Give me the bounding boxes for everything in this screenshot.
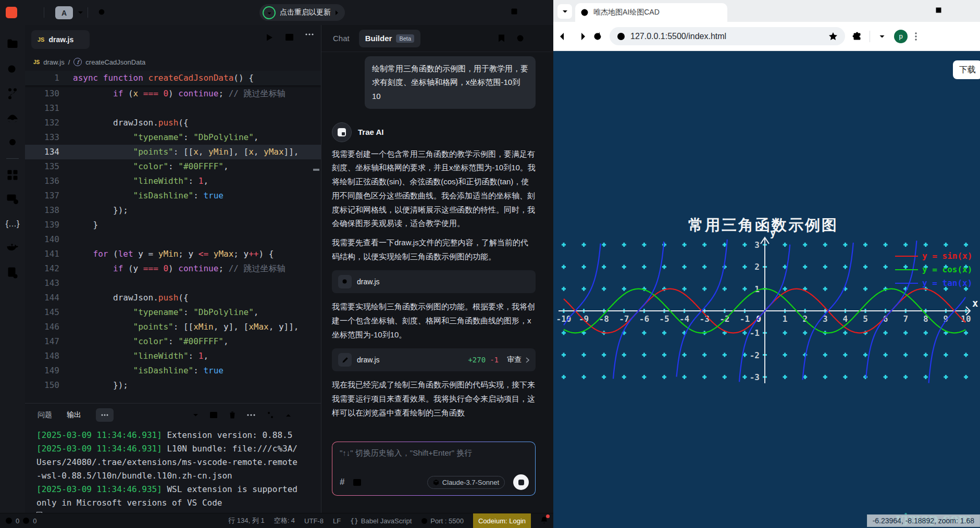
trash-icon[interactable] [229,411,236,419]
code-line[interactable]: 1async function createCadJsonData() { [25,71,321,85]
code-line[interactable]: 131 [25,101,321,116]
new-tab-button[interactable] [735,5,742,15]
code-line[interactable]: 140 [25,232,321,247]
bookmark-star-icon[interactable] [828,32,838,41]
restart-to-update-button[interactable]: 点击重启以更新 [259,4,345,21]
code-line[interactable]: 130 if (x === 0) continue; // 跳过坐标轴 [25,86,321,101]
trig-functions-chart[interactable]: -10-9-8-7-6-5-4-3-2-1123456789100-3-2-11… [553,51,980,528]
close-button[interactable] [965,6,972,16]
more-icon[interactable] [247,414,255,416]
tab-draw-js[interactable]: JS draw.js [31,30,90,49]
close-panel-icon[interactable] [302,412,308,418]
search-icon[interactable] [6,64,19,76]
tab-output[interactable]: 输出 [67,410,81,420]
site-info-icon[interactable] [617,32,625,41]
split-panel-icon[interactable] [209,411,218,419]
code-line[interactable]: 150 }); [25,378,321,393]
address-bar[interactable]: 127.0.0.1:5500/index.html [610,27,845,45]
encoding[interactable]: UTF-8 [304,517,324,525]
account-avatar[interactable]: A [55,6,73,19]
code-line[interactable]: 142 if (y === 0) continue; // 跳过坐标轴 [25,261,321,276]
filter-sliders-icon[interactable] [266,411,275,419]
preview-eye-icon[interactable] [6,111,19,124]
explorer-icon[interactable] [6,37,19,50]
indent-setting[interactable]: 空格: 4 [274,516,295,525]
more-actions-icon[interactable] [305,33,314,35]
code-line[interactable]: 137 "isDashline": true [25,188,321,203]
maximize-button[interactable] [935,6,942,16]
search-icon[interactable] [96,6,108,19]
json-braces-icon[interactable]: {…} [6,218,19,230]
debug-icon[interactable] [6,135,19,148]
code-line[interactable]: 132 drawJson.push({ [25,116,321,130]
run-icon[interactable] [266,33,274,42]
tab-problems[interactable]: 问题 [38,410,52,420]
code-line[interactable]: 145 "typename": "DbPolyline", [25,305,321,320]
minimize-button[interactable] [482,8,490,17]
kebab-menu-icon[interactable] [915,32,917,41]
code-line[interactable]: 148 "lineWidth": 1, [25,349,321,363]
output-log[interactable]: [2025-03-09 11:34:46.931] Extension vers… [36,429,300,523]
tab-builder[interactable]: Builder Beta [359,30,420,47]
close-tab-icon[interactable] [716,10,722,16]
downloads-icon[interactable] [877,32,887,41]
close-chat-icon[interactable] [535,34,542,41]
code-line[interactable]: 135 "color": "#00FFFF", [25,159,321,174]
source-control-icon[interactable] [6,87,19,100]
notifications-bell[interactable] [540,516,548,526]
port-status[interactable]: Port : 5500 [421,517,464,525]
language-mode[interactable]: {} Babel JavaScript [350,517,412,525]
code-line[interactable]: 146 "points": [[xMin, y], [xMax, y]], [25,320,321,334]
back-button[interactable] [560,32,569,41]
breadcrumb-file[interactable]: draw.js [43,58,64,66]
codeium-login-button[interactable]: Codeium: Login [473,513,531,528]
code-line[interactable]: 144 drawJson.push({ [25,291,321,305]
problems-summary[interactable]: 0 0 [0,517,36,525]
hamburger-menu-icon[interactable] [24,6,36,19]
tab-search-button[interactable] [557,4,572,19]
code-editor[interactable]: 1async function createCadJsonData() {130… [25,71,321,403]
chevron-up-icon[interactable] [286,413,291,417]
extensions-icon[interactable] [6,169,19,181]
code-line[interactable]: 138 }); [25,203,321,218]
code-line[interactable]: 141 for (let y = yMin; y <= yMax; y++) { [25,247,321,261]
browser-tab[interactable]: 唯杰地图AI绘图CAD [575,3,727,22]
chevron-down-icon[interactable] [74,6,86,19]
close-tab-icon[interactable] [78,37,83,43]
breadcrumb[interactable]: JS draw.js / f createCadJsonData [33,54,145,70]
profile-avatar[interactable]: p [894,30,908,43]
code-line[interactable]: 134 "points": [[x, yMin], [x, yMax]], [25,145,321,159]
file-card-search[interactable]: draw.js [332,270,536,293]
model-selector[interactable]: Claude-3.7-Sonnet [427,476,505,489]
extensions-icon[interactable] [852,31,862,41]
code-line[interactable]: 133 "typename": "DbPolyline", [25,130,321,145]
code-line[interactable]: 143 [25,276,321,291]
forward-button[interactable] [576,32,586,41]
add-terminal-icon[interactable] [174,411,182,419]
history-icon[interactable] [516,34,525,43]
eol-setting[interactable]: LF [333,517,341,525]
minimize-button[interactable] [905,6,912,16]
chat-input-box[interactable]: "↑↓" 切换历史输入，"Shift+Enter" 换行 # Claude-3.… [332,442,536,496]
scrollbar-marker[interactable] [313,169,319,171]
code-line[interactable]: 136 "lineWidth": 1, [25,174,321,188]
chevron-down-icon[interactable] [193,413,199,417]
panel-picker-icon[interactable] [96,408,114,422]
tab-chat[interactable]: Chat [333,34,350,43]
maximize-button[interactable] [511,8,518,17]
context-hash-icon[interactable]: # [340,477,344,487]
file-card-edit[interactable]: draw.js +270 -1 审查 [332,348,536,371]
download-page-button[interactable]: 下载 [953,60,980,79]
remote-window-icon[interactable] [6,193,19,205]
code-line[interactable]: 149 "isDashline": true [25,363,321,378]
code-line[interactable]: 139 } [25,218,321,232]
stop-generation-button[interactable] [513,474,529,490]
breadcrumb-symbol[interactable]: createCadJsonData [85,58,145,66]
code-line[interactable]: 147 "color": "#00FFFF", [25,334,321,349]
chat-messages[interactable]: 绘制常用三角函数的示例图，用于教学用，要求有刻度、坐标轴和格网，x坐标范围-10… [321,52,553,436]
docker-icon[interactable] [6,242,19,254]
bookmark-icon[interactable] [498,34,505,43]
url-text[interactable]: 127.0.0.1:5500/index.html [630,32,823,41]
image-attach-icon[interactable] [353,479,362,486]
trae-logo[interactable] [6,7,17,18]
